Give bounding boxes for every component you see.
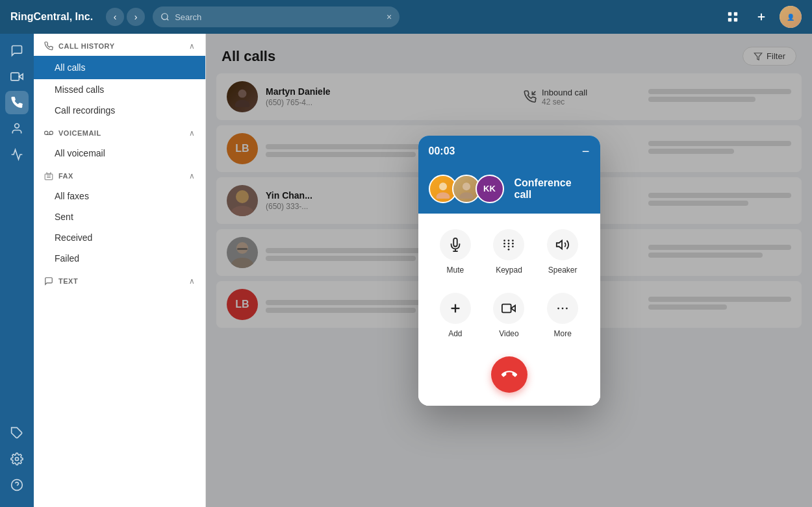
apps-button[interactable] [722,6,743,27]
sidebar-item-all-voicemail[interactable]: All voicemail [34,143,205,164]
svg-rect-5 [734,18,737,21]
conference-call-label: Conference call [514,177,590,201]
help-icon [10,478,23,491]
fax-section-icon [44,171,53,180]
search-icon [160,12,170,21]
nav-sidebar: CALL HISTORY ∧ All calls Missed calls Ca… [34,34,206,507]
svg-point-58 [562,307,564,309]
add-control[interactable]: Add [440,293,471,338]
sidebar-item-sent[interactable]: Sent [34,206,205,227]
sidebar-icon-fax[interactable] [5,143,29,166]
phone-icon [10,96,23,109]
svg-point-43 [508,240,510,241]
nav-back-button[interactable]: ‹ [106,8,124,26]
contacts-icon [10,122,23,135]
svg-marker-8 [19,74,23,79]
add-button[interactable] [751,6,772,27]
user-avatar[interactable]: 👤 [780,6,802,28]
sidebar-icon-extensions[interactable] [5,421,29,445]
svg-rect-9 [11,73,19,80]
sidebar-item-missed-calls[interactable]: Missed calls [34,79,205,100]
svg-point-47 [513,242,514,244]
svg-point-44 [513,240,514,241]
call-modal-participants: KK Conference call [418,167,600,214]
video-control[interactable]: Video [493,293,524,338]
call-timer: 00:03 [429,145,455,157]
participant-avatar-3: KK [476,175,504,203]
messages-icon [10,44,23,57]
participant-initials: KK [483,184,496,193]
search-input[interactable] [175,12,381,22]
text-section-icon [44,277,53,286]
sidebar-item-all-faxes[interactable]: All faxes [34,186,205,206]
sidebar-icon-phone[interactable] [5,91,29,114]
mute-control[interactable]: Mute [440,229,471,275]
app-title: RingCentral, Inc. [10,11,93,23]
plus-icon [755,11,767,23]
nav-forward-button[interactable]: › [127,8,145,26]
svg-point-37 [436,192,450,199]
svg-point-38 [463,182,470,190]
sidebar-item-failed[interactable]: Failed [34,248,205,269]
svg-point-15 [45,131,48,134]
svg-point-39 [459,192,473,199]
settings-icon [10,452,23,465]
sidebar-icon-video[interactable] [5,65,29,88]
phone-section-icon [44,42,53,51]
call-modal: 00:03 − KK [418,136,600,406]
svg-rect-2 [728,12,731,16]
section-header-voicemail[interactable]: VOICEMAIL ∧ [34,121,205,143]
call-end-row [429,356,590,393]
fax-icon [10,148,23,161]
call-modal-header: 00:03 − [418,136,600,167]
minimize-button[interactable]: − [582,145,590,158]
svg-point-48 [504,245,506,247]
svg-point-0 [162,14,168,19]
more-control[interactable]: More [547,293,578,338]
icon-sidebar-bottom [5,421,29,502]
sidebar-icon-messages[interactable] [5,39,29,62]
sidebar-item-call-recordings[interactable]: Call recordings [34,100,205,121]
search-bar: × [153,6,400,27]
end-call-icon [501,367,517,382]
main-layout: CALL HISTORY ∧ All calls Missed calls Ca… [0,34,812,507]
keypad-control[interactable]: Keypad [493,229,524,275]
call-modal-overlay: 00:03 − KK [206,34,812,507]
svg-rect-18 [45,174,53,180]
call-modal-body: Mute Keypad Speaker [418,214,600,406]
svg-rect-56 [502,304,511,312]
topbar-right: 👤 [722,6,802,28]
svg-point-46 [508,242,510,244]
section-header-text[interactable]: TEXT ∧ [34,269,205,291]
participant-avatars: KK [429,175,504,203]
voicemail-icon [44,129,53,138]
sidebar-icon-help[interactable] [5,473,29,497]
svg-point-16 [49,131,53,134]
svg-point-51 [508,248,510,250]
video-icon [10,70,23,83]
svg-point-59 [566,307,568,309]
section-fax: FAX ∧ All faxes Sent Received Failed [34,164,205,269]
puzzle-icon [10,427,23,439]
grid-icon [727,11,739,23]
section-header-fax[interactable]: FAX ∧ [34,164,205,186]
call-controls-row-2: Add Video More [429,293,590,338]
svg-marker-52 [557,240,562,249]
svg-point-57 [557,307,559,309]
svg-point-12 [16,458,19,461]
speaker-control[interactable]: Speaker [547,229,578,275]
search-clear-icon[interactable]: × [387,12,392,22]
more-icon-btn [547,293,578,324]
section-header-call-history[interactable]: CALL HISTORY ∧ [34,34,205,56]
svg-point-50 [513,245,514,247]
keypad-label: Keypad [496,266,522,275]
add-label: Add [448,329,462,338]
more-label: More [553,329,571,338]
end-call-button[interactable] [491,356,527,393]
sidebar-icon-contacts[interactable] [5,117,29,140]
sidebar-item-all-calls[interactable]: All calls [34,56,205,79]
add-icon-btn [440,293,471,324]
sidebar-item-received[interactable]: Received [34,227,205,248]
svg-line-1 [167,19,169,21]
sidebar-icon-settings[interactable] [5,447,29,471]
